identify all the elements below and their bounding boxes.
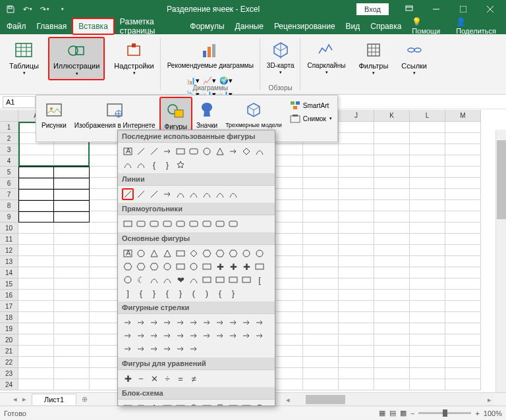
shape-choice[interactable] xyxy=(175,261,186,273)
shape-choice[interactable] xyxy=(161,261,173,273)
shape-choice[interactable] xyxy=(201,317,213,328)
3d-map-button[interactable]: 3D-карта▾ xyxy=(263,37,298,80)
shape-choice[interactable] xyxy=(175,159,186,171)
shape-choice[interactable] xyxy=(240,330,252,342)
shape-choice[interactable] xyxy=(148,261,160,273)
shape-choice[interactable] xyxy=(214,188,226,200)
shape-choice[interactable] xyxy=(188,248,200,259)
shape-choice[interactable] xyxy=(135,188,147,200)
shape-choice[interactable] xyxy=(214,317,226,328)
shape-choice[interactable] xyxy=(122,188,134,200)
zoom-level[interactable]: 100% xyxy=(484,409,502,417)
shape-choice[interactable] xyxy=(240,145,252,157)
row-header[interactable]: 7 xyxy=(0,189,18,200)
login-button[interactable]: Вход xyxy=(356,3,389,15)
shape-choice[interactable] xyxy=(148,218,160,230)
shape-choice[interactable] xyxy=(214,248,226,259)
shape-choice[interactable] xyxy=(227,317,239,328)
shape-choice[interactable] xyxy=(227,402,239,406)
shape-choice[interactable] xyxy=(135,330,147,342)
row-header[interactable]: 15 xyxy=(0,278,18,290)
tab-nav-prev[interactable]: ◂ xyxy=(13,395,17,404)
shape-choice[interactable]: { xyxy=(161,287,173,299)
shape-choice[interactable] xyxy=(214,330,226,342)
shape-choice[interactable]: ✚ xyxy=(122,373,134,384)
name-box[interactable] xyxy=(3,96,36,108)
shape-choice[interactable] xyxy=(135,218,147,230)
shape-choice[interactable]: ☾ xyxy=(135,274,147,286)
row-header[interactable]: 11 xyxy=(0,234,18,245)
shape-choice[interactable] xyxy=(188,188,200,200)
shape-choice[interactable] xyxy=(188,218,200,230)
shape-choice[interactable] xyxy=(161,218,173,230)
row-header[interactable]: 3 xyxy=(0,144,18,155)
shape-choice[interactable] xyxy=(148,330,160,342)
shape-choice[interactable] xyxy=(254,261,266,273)
row-header[interactable]: 9 xyxy=(0,211,18,223)
shape-choice[interactable] xyxy=(175,343,186,355)
shape-choice[interactable]: ÷ xyxy=(161,373,173,384)
shape-choice[interactable] xyxy=(201,274,213,286)
shape-choice[interactable] xyxy=(135,248,147,259)
row-header[interactable]: 12 xyxy=(0,245,18,256)
vertical-scrollbar[interactable] xyxy=(495,130,506,394)
row-header[interactable]: 16 xyxy=(0,290,18,301)
tab-home[interactable]: Главная xyxy=(32,19,72,34)
shape-choice[interactable] xyxy=(188,317,200,328)
shape-choice[interactable]: } xyxy=(175,287,186,299)
shape-choice[interactable] xyxy=(135,261,147,273)
shape-choice[interactable]: } xyxy=(148,287,160,299)
shape-choice[interactable] xyxy=(240,274,252,286)
shape-choice[interactable] xyxy=(161,274,173,286)
scroll-right-icon[interactable]: ▸ xyxy=(485,396,494,404)
shape-choice[interactable] xyxy=(240,317,252,328)
tab-review[interactable]: Рецензирование xyxy=(269,19,341,34)
shape-choice[interactable] xyxy=(122,218,134,230)
shape-choice[interactable]: ✚ xyxy=(227,261,239,273)
pictures-button[interactable]: Рисунки xyxy=(38,97,70,140)
shape-choice[interactable] xyxy=(175,145,186,157)
shape-choice[interactable] xyxy=(227,248,239,259)
tab-insert[interactable]: Вставка xyxy=(72,18,115,35)
shape-choice[interactable] xyxy=(214,402,226,406)
shape-choice[interactable] xyxy=(240,248,252,259)
zoom-slider[interactable] xyxy=(418,412,471,414)
shape-choice[interactable] xyxy=(254,317,266,328)
shape-choice[interactable]: = xyxy=(175,373,186,384)
row-header[interactable]: 10 xyxy=(0,223,18,234)
hscroll-thumb[interactable] xyxy=(306,395,345,404)
row-header[interactable]: 22 xyxy=(0,357,18,368)
shape-choice[interactable] xyxy=(201,248,213,259)
zoom-in-button[interactable]: + xyxy=(475,409,479,417)
shape-choice[interactable]: ) xyxy=(201,287,213,299)
shape-choice[interactable] xyxy=(201,261,213,273)
view-break-icon[interactable]: ▩ xyxy=(400,409,407,417)
row-header[interactable]: 14 xyxy=(0,267,18,278)
undo-icon[interactable]: ↶▾ xyxy=(20,1,36,17)
shape-choice[interactable] xyxy=(175,402,186,406)
view-layout-icon[interactable]: ▤ xyxy=(389,409,396,417)
row-header[interactable]: 18 xyxy=(0,312,18,323)
share-button[interactable]: 👤 Поделиться xyxy=(451,14,505,38)
shape-choice[interactable] xyxy=(161,317,173,328)
shape-choice[interactable]: ( xyxy=(188,287,200,299)
shape-choice[interactable]: { xyxy=(135,287,147,299)
shape-choice[interactable]: } xyxy=(227,287,239,299)
shape-choice[interactable] xyxy=(148,188,160,200)
shape-choice[interactable] xyxy=(135,402,147,406)
shape-choice[interactable] xyxy=(122,274,134,286)
redo-icon[interactable]: ↷▾ xyxy=(37,1,53,17)
sheet-tab-1[interactable]: Лист1 xyxy=(32,394,76,405)
shape-choice[interactable]: ❤ xyxy=(175,274,186,286)
tab-file[interactable]: Файл xyxy=(1,19,32,34)
shape-choice[interactable]: } xyxy=(161,159,173,171)
select-all-corner[interactable] xyxy=(0,110,18,122)
shape-choice[interactable] xyxy=(188,343,200,355)
row-header[interactable]: 17 xyxy=(0,301,18,312)
shape-choice[interactable] xyxy=(161,402,173,406)
shape-choice[interactable] xyxy=(254,402,266,406)
row-header[interactable]: 4 xyxy=(0,155,18,167)
shape-choice[interactable] xyxy=(122,261,134,273)
shape-choice[interactable] xyxy=(135,343,147,355)
shape-choice[interactable] xyxy=(148,317,160,328)
